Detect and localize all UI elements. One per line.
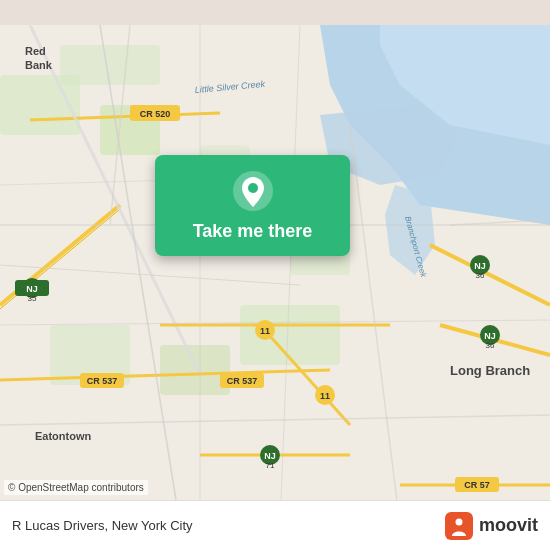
svg-text:NJ: NJ bbox=[474, 261, 486, 271]
svg-text:CR 520: CR 520 bbox=[140, 109, 171, 119]
cta-button-label: Take me there bbox=[193, 221, 313, 242]
svg-text:CR 537: CR 537 bbox=[227, 376, 258, 386]
svg-text:CR 537: CR 537 bbox=[87, 376, 118, 386]
svg-text:11: 11 bbox=[320, 391, 330, 401]
svg-rect-6 bbox=[160, 345, 230, 395]
svg-text:36: 36 bbox=[476, 271, 485, 280]
svg-text:NJ: NJ bbox=[484, 331, 496, 341]
svg-point-63 bbox=[248, 183, 258, 193]
copyright-text: © OpenStreetMap contributors bbox=[4, 480, 148, 495]
svg-text:CR 57: CR 57 bbox=[464, 480, 490, 490]
svg-text:NJ: NJ bbox=[264, 451, 276, 461]
svg-text:NJ: NJ bbox=[26, 284, 38, 294]
moovit-logo: moovit bbox=[445, 512, 538, 540]
svg-text:35: 35 bbox=[28, 294, 37, 303]
svg-point-65 bbox=[455, 518, 462, 525]
bottom-bar: R Lucas Drivers, New York City moovit bbox=[0, 500, 550, 550]
moovit-brand-text: moovit bbox=[479, 515, 538, 536]
svg-text:Red: Red bbox=[25, 45, 46, 57]
svg-text:Long Branch: Long Branch bbox=[450, 363, 530, 378]
svg-text:11: 11 bbox=[260, 326, 270, 336]
cta-card[interactable]: Take me there bbox=[155, 155, 350, 256]
moovit-icon bbox=[445, 512, 473, 540]
svg-text:36: 36 bbox=[486, 341, 495, 350]
map-background: CR 520 NJ 35 11 11 CR 537 CR 537 NJ 36 N… bbox=[0, 0, 550, 550]
svg-rect-2 bbox=[60, 45, 160, 85]
svg-rect-4 bbox=[240, 305, 340, 365]
location-pin-icon bbox=[231, 169, 275, 213]
location-label: R Lucas Drivers, New York City bbox=[12, 518, 193, 533]
map-container: CR 520 NJ 35 11 11 CR 537 CR 537 NJ 36 N… bbox=[0, 0, 550, 550]
svg-text:71: 71 bbox=[266, 461, 275, 470]
svg-text:Bank: Bank bbox=[25, 59, 53, 71]
svg-text:Eatontown: Eatontown bbox=[35, 430, 91, 442]
